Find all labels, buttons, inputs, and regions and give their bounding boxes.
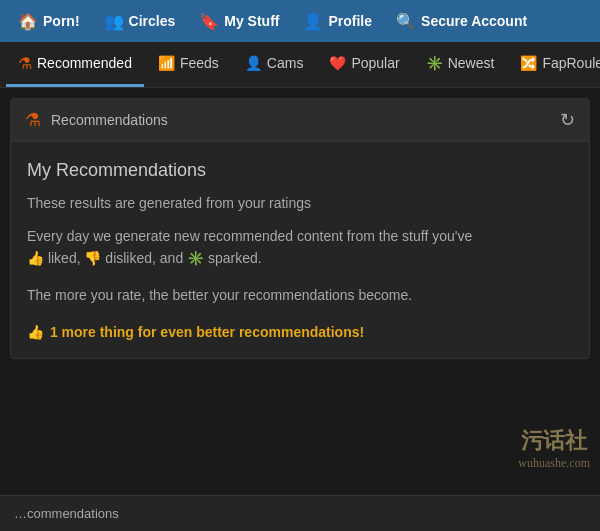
tab-newest-label: Newest (448, 55, 495, 71)
bottom-hint: …commendations (0, 495, 600, 531)
profile-icon: 👤 (303, 12, 323, 31)
tab-popular[interactable]: ❤️ Popular (317, 42, 411, 87)
nav-porn[interactable]: 🏠 Porn! (8, 6, 90, 37)
flask-icon: ⚗ (18, 54, 32, 73)
tab-bar: ⚗ Recommended 📶 Feeds 👤 Cams ❤️ Popular … (0, 42, 600, 88)
secure-icon: 🔍 (396, 12, 416, 31)
disliked-text: disliked, and (105, 250, 187, 266)
heart-icon: ❤️ (329, 55, 346, 71)
recommendations-body: Every day we generate new recommended co… (27, 225, 573, 270)
thumbs-up-icon: 👍 (27, 250, 44, 266)
panel-body: My Recommendations These results are gen… (11, 142, 589, 358)
newest-icon: ✳️ (426, 55, 443, 71)
cams-icon: 👤 (245, 55, 262, 71)
cta-message: 👍 1 more thing for even better recommend… (27, 324, 573, 340)
tab-faproule-label: FapRoule (542, 55, 600, 71)
nav-profile-label: Profile (328, 13, 372, 29)
recommendations-panel: ⚗ Recommendations ↻ My Recommendations T… (10, 98, 590, 359)
spark-icon: ✳️ (187, 250, 204, 266)
tab-recommended[interactable]: ⚗ Recommended (6, 42, 144, 87)
feeds-icon: 📶 (158, 55, 175, 71)
body-line1: Every day we generate new recommended co… (27, 228, 472, 244)
nav-circles-label: Circles (129, 13, 176, 29)
nav-circles[interactable]: 👥 Circles (94, 6, 186, 37)
tab-popular-label: Popular (351, 55, 399, 71)
top-nav: 🏠 Porn! 👥 Circles 🔖 My Stuff 👤 Profile 🔍… (0, 0, 600, 42)
circles-icon: 👥 (104, 12, 124, 31)
thumbs-down-icon: 👎 (84, 250, 101, 266)
home-icon: 🏠 (18, 12, 38, 31)
tab-feeds-label: Feeds (180, 55, 219, 71)
liked-text: liked, (48, 250, 85, 266)
panel-header-left: ⚗ Recommendations (25, 109, 168, 131)
recommendations-more: The more you rate, the better your recom… (27, 284, 573, 306)
tab-recommended-label: Recommended (37, 55, 132, 71)
watermark-line1: 污话社 (518, 426, 590, 456)
refresh-icon[interactable]: ↻ (560, 109, 575, 131)
nav-porn-label: Porn! (43, 13, 80, 29)
panel-header-title: Recommendations (51, 112, 168, 128)
recommendations-subtitle: These results are generated from your ra… (27, 195, 573, 211)
bottom-hint-text: … (14, 506, 27, 521)
bottom-hint-label: commendations (27, 506, 119, 521)
watermark-line2: wuhuashe.com (518, 456, 590, 471)
tab-cams[interactable]: 👤 Cams (233, 42, 316, 87)
watermark: 污话社 wuhuashe.com (518, 426, 590, 471)
cta-text: 1 more thing for even better recommendat… (50, 324, 364, 340)
tab-faproule[interactable]: 🔀 FapRoule (508, 42, 600, 87)
main-content: ⚗ Recommendations ↻ My Recommendations T… (0, 98, 600, 359)
recommendations-title: My Recommendations (27, 160, 573, 181)
cta-thumb-icon: 👍 (27, 324, 44, 340)
tab-cams-label: Cams (267, 55, 304, 71)
bookmark-icon: 🔖 (199, 12, 219, 31)
panel-header: ⚗ Recommendations ↻ (11, 99, 589, 142)
faproule-icon: 🔀 (520, 55, 537, 71)
panel-flask-icon: ⚗ (25, 109, 41, 131)
nav-profile[interactable]: 👤 Profile (293, 6, 382, 37)
nav-secure-label: Secure Account (421, 13, 527, 29)
nav-secure-account[interactable]: 🔍 Secure Account (386, 6, 537, 37)
tab-feeds[interactable]: 📶 Feeds (146, 42, 231, 87)
nav-my-stuff-label: My Stuff (224, 13, 279, 29)
sparked-text: sparked. (208, 250, 262, 266)
nav-my-stuff[interactable]: 🔖 My Stuff (189, 6, 289, 37)
tab-newest[interactable]: ✳️ Newest (414, 42, 507, 87)
